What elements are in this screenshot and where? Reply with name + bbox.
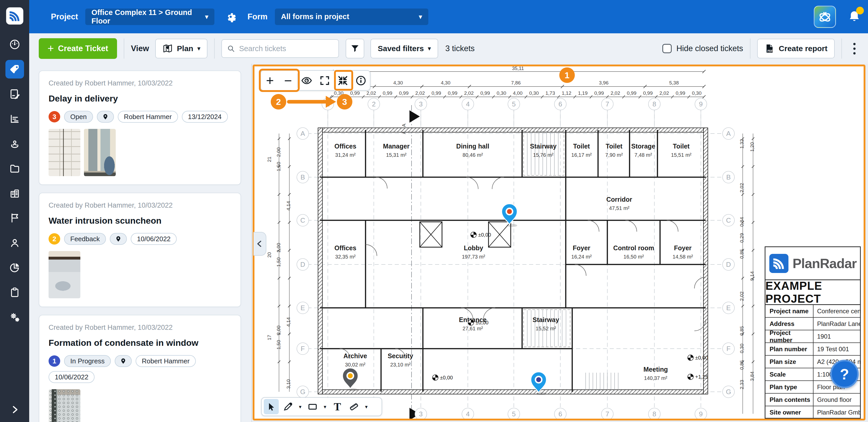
zoom-out-button[interactable]: − — [279, 71, 297, 90]
svg-text:Manager: Manager — [383, 142, 410, 150]
pen-icon — [283, 401, 293, 412]
room-label: Toilet15,51 m² — [671, 142, 691, 158]
ticket-map-pin[interactable] — [343, 368, 358, 391]
location-pin-badge[interactable] — [110, 233, 127, 245]
collapse-panel-tab[interactable] — [253, 232, 266, 256]
svg-text:1,20: 1,20 — [749, 142, 755, 152]
svg-text:F: F — [301, 345, 305, 353]
visibility-eye-button[interactable] — [298, 71, 316, 90]
info-icon — [355, 75, 367, 87]
form-dropdown[interactable]: All forms in project ▾ — [275, 8, 428, 25]
svg-text:3,84: 3,84 — [749, 371, 755, 381]
ticket-card[interactable]: Created by Robert Hammer, 10/03/2022 For… — [39, 315, 241, 422]
svg-text:PDF: PDF — [767, 50, 773, 53]
sidebar-item-settings[interactable] — [5, 308, 24, 326]
sidebar-item-statistics[interactable] — [5, 109, 24, 128]
svg-text:1,50: 1,50 — [276, 258, 281, 267]
more-options-kebab-icon[interactable] — [848, 40, 860, 57]
hide-closed-checkbox[interactable] — [662, 44, 672, 53]
tickets-panel: Created by Robert Hammer, 10/03/2022 Del… — [29, 64, 252, 422]
svg-text:0,99: 0,99 — [399, 90, 409, 96]
sidebar-item-users[interactable] — [5, 233, 24, 252]
svg-text:5: 5 — [512, 100, 516, 108]
sidebar-expand-button[interactable] — [0, 404, 29, 415]
view-plan-dropdown[interactable]: Plan ▾ — [155, 39, 208, 58]
room-label: Manager15,31 m² — [383, 142, 410, 158]
rectangle-tool[interactable] — [305, 399, 320, 414]
ticket-photo-window-condensation[interactable] — [49, 389, 80, 422]
filter-button[interactable] — [346, 39, 364, 58]
map-pin-icon — [103, 114, 107, 120]
svg-text:2,02: 2,02 — [739, 292, 745, 301]
sidebar-item-analytics[interactable] — [5, 258, 24, 277]
select-cursor-tool[interactable] — [264, 399, 279, 414]
svg-text:D: D — [301, 261, 305, 268]
annotation-arrow-head — [326, 96, 336, 108]
titleblock-project-title: EXAMPLE PROJECT — [766, 280, 860, 305]
pen-tool[interactable] — [280, 399, 295, 414]
create-report-button[interactable]: PDF Create report — [757, 39, 835, 58]
eye-icon — [301, 75, 313, 87]
pen-tool-dropdown[interactable]: ▾ — [297, 404, 304, 410]
ticket-card[interactable]: Created by Robert Hammer, 10/03/2022 Wat… — [39, 193, 241, 307]
svg-text:7,86: 7,86 — [511, 80, 521, 86]
svg-text:2,02: 2,02 — [611, 90, 620, 96]
fullscreen-button[interactable] — [316, 71, 334, 90]
room-label: Control room16,50 m² — [613, 244, 654, 260]
svg-text:3,96: 3,96 — [599, 80, 609, 86]
chevron-down-icon: ▾ — [205, 13, 208, 21]
sidebar-item-tickets[interactable] — [5, 60, 24, 78]
sidebar-item-site-presence[interactable] — [5, 134, 24, 153]
project-dropdown[interactable]: Office Complex 11 > Ground Floor ▾ — [85, 8, 214, 25]
plan-viewport[interactable]: A - A — [253, 65, 865, 420]
project-settings-gear-icon[interactable] — [224, 10, 237, 23]
ticket-count-badge: 3 — [49, 111, 60, 122]
zoom-in-button[interactable]: + — [261, 71, 279, 90]
tickets-icon — [9, 63, 21, 75]
app-switcher-icon[interactable] — [814, 6, 836, 28]
chevron-down-icon: ▾ — [428, 45, 431, 52]
create-ticket-button[interactable]: + Create Ticket — [39, 38, 117, 59]
sidebar-item-documents[interactable] — [5, 159, 24, 178]
fit-to-screen-button[interactable] — [334, 71, 352, 90]
ticket-card[interactable]: Created by Robert Hammer, 10/03/2022 Del… — [39, 70, 241, 185]
sidebar-item-dashboard[interactable] — [5, 35, 24, 54]
svg-text:0,99: 0,99 — [432, 90, 441, 96]
search-icon — [227, 44, 235, 53]
sidebar-item-company[interactable] — [5, 184, 24, 202]
ticket-photo-brick-wall-crack[interactable] — [49, 129, 80, 176]
measure-tool-dropdown[interactable]: ▾ — [363, 404, 370, 410]
svg-text:Corridor: Corridor — [606, 196, 632, 203]
svg-text:2,33: 2,33 — [739, 380, 745, 389]
location-pin-badge[interactable] — [97, 111, 114, 123]
svg-text:0,99: 0,99 — [350, 90, 360, 96]
room-label: Storage7,48 m² — [631, 142, 655, 158]
search-input[interactable] — [239, 44, 333, 53]
form-label: Form — [247, 12, 268, 22]
location-pin-badge[interactable] — [115, 355, 132, 367]
svg-text:7,48 m²: 7,48 m² — [634, 152, 652, 158]
room-label: Offices31,24 m² — [335, 142, 356, 158]
ticket-title: Delay in delivery — [49, 94, 231, 103]
dashboard-icon — [9, 38, 21, 51]
measure-tool[interactable] — [346, 399, 362, 414]
ticket-photo-window-sill-puddle[interactable] — [49, 251, 80, 298]
saved-filters-dropdown[interactable]: Saved filters ▾ — [370, 39, 438, 58]
svg-text:±0,00: ±0,00 — [478, 232, 491, 237]
sidebar-item-forms[interactable] — [5, 85, 24, 103]
svg-text:4: 4 — [466, 100, 470, 108]
plan-info-button[interactable] — [352, 71, 370, 90]
text-tool[interactable]: T — [330, 399, 345, 414]
sidebar-item-flags[interactable] — [5, 209, 24, 227]
notifications-bell-icon[interactable] — [847, 10, 861, 24]
sidebar-item-tasks[interactable] — [5, 283, 24, 302]
pdf-file-icon: PDF — [765, 43, 775, 54]
planradar-brand-text: PlanRadar — [793, 256, 857, 271]
planradar-logo-icon[interactable] — [5, 6, 24, 26]
ticket-photo-office-window[interactable] — [84, 129, 116, 176]
company-icon — [9, 187, 21, 199]
help-button[interactable]: ? — [830, 360, 859, 388]
svg-text:Stairway: Stairway — [530, 142, 557, 150]
ticket-map-pin[interactable] — [502, 204, 517, 227]
rectangle-tool-dropdown[interactable]: ▾ — [322, 404, 328, 410]
